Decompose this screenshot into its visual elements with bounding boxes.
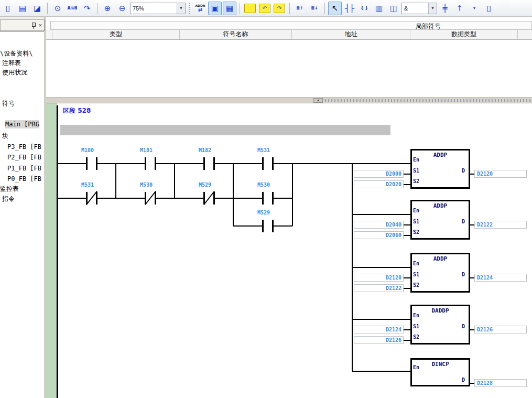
tree-item-mainprg[interactable]: Main [PRG [5,120,39,128]
operand-output-d2126[interactable]: D2126 [474,326,527,334]
tree-item-p1fbfb[interactable]: P1_FB [FB [7,164,41,173]
wire-horizontal [470,277,474,278]
operand-output-d2128[interactable]: D2128 [474,379,527,387]
arrow-up-tool-icon[interactable]: ↑ [453,2,466,15]
operand-input-d2122[interactable]: D2122 [354,284,404,292]
column-extra [518,30,532,39]
address-mode-icon[interactable]: ADDR⇄ [193,2,207,15]
wire-horizontal [470,383,474,384]
find-icon[interactable]: ⊙ [51,2,64,15]
pin-label-s1: S1 [413,168,419,174]
operand-input-d2040[interactable]: D2040 [354,221,404,229]
contact-m182-no[interactable] [202,156,216,171]
wire-horizontal [404,340,410,341]
zoom-select[interactable]: 75%▼ [130,3,186,14]
coil-tool-icon[interactable]: { } [357,2,371,15]
tree-item-p0fbfb[interactable]: P0_FB [FB [7,175,41,183]
instruction-block-daddp[interactable]: DADDP [410,305,470,345]
instruction-tool-icon[interactable]: ▥ [372,2,386,15]
contact-m530-no[interactable] [261,191,275,206]
zoom-select-dropdown-icon[interactable]: ▼ [177,3,185,14]
block-title: DINCP [412,361,469,368]
tree-item-[interactable]: 块 [2,132,8,140]
collapse-pane-button[interactable]: ▲ [313,98,323,103]
network-block-tool-icon[interactable]: ▯ [482,2,496,15]
instruction-block-addp[interactable]: ADDP [410,200,470,240]
contact-bar-right [155,192,156,205]
ladder-editor[interactable]: 区段 528 M180M181M182M531M531M530M529M530M… [46,103,532,398]
comment-toggle-icon[interactable]: ▦ [223,2,236,15]
zoom-out-icon[interactable]: ⊖ [115,2,129,15]
contact-m180-no[interactable] [85,156,99,171]
operand-input-d2120[interactable]: D2120 [354,274,404,282]
operand-input-d2124[interactable]: D2124 [354,326,404,334]
pin-icon[interactable] [31,22,37,29]
block-title: ADDP [412,152,469,158]
contact-m529-no[interactable] [261,219,275,233]
tree-item-[interactable]: 监控表 [0,185,19,193]
contact-m530-nc[interactable] [144,191,157,206]
toolbar-separator [289,3,290,14]
eraser-icon[interactable]: ◪ [30,2,44,15]
column-symbol-name[interactable]: 符号名称 [180,30,292,39]
network-margin [46,103,57,398]
tree-item-[interactable]: 使用状况 [2,68,27,77]
paste-icon[interactable]: ▤ [16,2,29,15]
contact-m529-nc[interactable] [202,191,216,206]
pin-label-d: D [462,219,465,224]
tree-item-[interactable]: 注释表 [2,59,21,67]
compare-tool-icon[interactable]: ◫ [387,2,400,15]
operand-output-d2124[interactable]: D2124 [474,274,527,282]
vertical-line-tool-icon[interactable]: ╪ [438,2,452,15]
insert-network-above-icon[interactable]: ≣↑ [293,2,307,15]
operand-input-d2126[interactable]: D2126 [354,336,404,344]
trace-icon[interactable]: ↷ [80,2,94,15]
contact-m181-no[interactable] [144,156,157,171]
project-tree: \设备资料\注释表使用状况符号Main [PRG块P3_FB [FBP2_FB … [0,31,44,398]
insert-network-below-icon[interactable]: ≣↓ [308,2,321,15]
instruction-block-addp[interactable]: ADDP [410,149,470,189]
document-icon[interactable]: ▯ [1,2,15,15]
tree-item-[interactable]: 符号 [2,99,15,107]
close-icon[interactable]: × [39,23,42,28]
zoom-in-icon[interactable]: ⊕ [101,2,114,15]
contact-gap [264,191,272,206]
contact-bar-right [272,220,274,232]
instruction-block-addp[interactable]: ADDP [410,253,470,293]
device-label: M530 [247,182,280,188]
wire-horizontal [404,184,410,185]
operand-output-d2120[interactable]: D2120 [474,170,527,178]
logic-select-value: & [402,5,428,12]
network-comment-bar[interactable] [60,125,390,135]
contact-bar-left [86,157,88,170]
project-tree-panel: × \设备资料\注释表使用状况符号Main [PRG块P3_FB [FBP2_F… [0,17,45,398]
instruction-block-dincp[interactable]: DINCP [410,358,470,386]
bookmark-icon[interactable] [244,4,256,13]
contact-tool-icon[interactable]: ┤├ [343,2,356,15]
logic-select-dropdown-icon[interactable]: ▼ [428,3,437,14]
contact-bar-right [96,157,97,170]
toolbar-separator [189,3,190,14]
next-bookmark-icon[interactable]: ↷ [274,4,285,13]
find-replace-icon[interactable]: A⇅B [66,2,79,15]
column-address[interactable]: 地址 [292,30,410,39]
tree-item-p2fbfb[interactable]: P2_FB [FB [7,153,41,162]
tree-item-[interactable]: 指令 [2,195,15,203]
operand-input-d2060[interactable]: D2060 [354,231,404,239]
column-data-type[interactable]: 数据类型 [410,30,518,39]
tree-item-[interactable]: \设备资料\ [0,49,32,58]
column-type[interactable]: 类型 [52,30,180,39]
contact-bar-right [96,192,97,205]
contact-m531-nc[interactable] [85,191,99,206]
select-tool-icon[interactable]: ↖ [328,2,342,15]
tree-item-p3fbfb[interactable]: P3_FB [FB [7,143,41,151]
prev-bookmark-icon[interactable]: ↶ [259,4,270,13]
logic-select[interactable]: &▼ [401,3,437,14]
operand-input-d2000[interactable]: D2000 [354,170,404,178]
tool-dropdown-icon[interactable]: ▾ [468,2,481,15]
device-label: M531 [247,147,280,153]
symbol-area-toggle-icon[interactable]: ▣ [208,2,222,15]
operand-input-d2020[interactable]: D2020 [354,180,404,188]
operand-output-d2122[interactable]: D2122 [474,221,527,229]
contact-m531-no[interactable] [261,156,275,171]
